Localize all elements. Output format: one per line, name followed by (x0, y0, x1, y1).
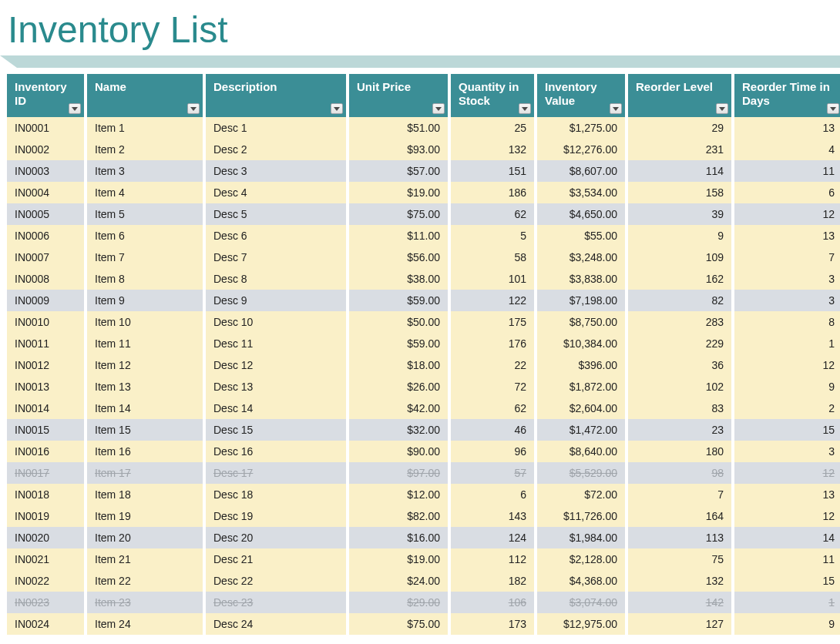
col-reorder-time-in-days[interactable]: Reorder Time in Days (734, 74, 840, 117)
cell-quantity-in-stock[interactable]: 175 (451, 311, 534, 333)
table-row[interactable]: IN0007Item 7Desc 7$56.0058$3,248.001097 (7, 247, 840, 268)
cell-quantity-in-stock[interactable]: 176 (451, 333, 534, 354)
cell-reorder-time-in-days[interactable]: 1 (734, 592, 840, 613)
cell-reorder-level[interactable]: 162 (628, 268, 731, 290)
cell-reorder-time-in-days[interactable]: 3 (734, 268, 840, 290)
cell-quantity-in-stock[interactable]: 62 (451, 397, 534, 419)
cell-name[interactable]: Item 24 (87, 613, 203, 635)
cell-name[interactable]: Item 19 (87, 505, 203, 527)
cell-quantity-in-stock[interactable]: 122 (451, 290, 534, 311)
cell-inventory-value[interactable]: $3,534.00 (537, 182, 625, 203)
table-row[interactable]: IN0015Item 15Desc 15$32.0046$1,472.00231… (7, 419, 840, 441)
cell-reorder-time-in-days[interactable]: 6 (734, 182, 840, 203)
col-inventory-value[interactable]: Inventory Value (537, 74, 625, 117)
cell-name[interactable]: Item 13 (87, 376, 203, 397)
cell-inventory-value[interactable]: $8,607.00 (537, 160, 625, 182)
cell-description[interactable]: Desc 19 (206, 505, 346, 527)
cell-reorder-time-in-days[interactable]: 13 (734, 484, 840, 505)
cell-reorder-time-in-days[interactable]: 12 (734, 505, 840, 527)
table-row[interactable]: IN0003Item 3Desc 3$57.00151$8,607.001141… (7, 160, 840, 182)
cell-reorder-time-in-days[interactable]: 12 (734, 203, 840, 225)
cell-unit-price[interactable]: $16.00 (349, 527, 448, 548)
cell-description[interactable]: Desc 9 (206, 290, 346, 311)
cell-reorder-level[interactable]: 142 (628, 592, 731, 613)
table-row[interactable]: IN0009Item 9Desc 9$59.00122$7,198.00823 (7, 290, 840, 311)
cell-inventory-id[interactable]: IN0018 (7, 484, 84, 505)
col-quantity-in-stock[interactable]: Quantity in Stock (451, 74, 534, 117)
filter-dropdown-icon[interactable] (331, 103, 343, 114)
cell-inventory-value[interactable]: $11,726.00 (537, 505, 625, 527)
cell-reorder-level[interactable]: 23 (628, 419, 731, 441)
cell-name[interactable]: Item 7 (87, 247, 203, 268)
filter-dropdown-icon[interactable] (610, 103, 622, 114)
cell-name[interactable]: Item 22 (87, 570, 203, 592)
cell-reorder-time-in-days[interactable]: 3 (734, 290, 840, 311)
cell-reorder-level[interactable]: 113 (628, 527, 731, 548)
cell-name[interactable]: Item 10 (87, 311, 203, 333)
cell-unit-price[interactable]: $24.00 (349, 570, 448, 592)
cell-inventory-value[interactable]: $1,275.00 (537, 117, 625, 139)
cell-name[interactable]: Item 15 (87, 419, 203, 441)
table-row[interactable]: IN0016Item 16Desc 16$90.0096$8,640.00180… (7, 441, 840, 462)
cell-inventory-id[interactable]: IN0009 (7, 290, 84, 311)
table-row[interactable]: IN0021Item 21Desc 21$19.00112$2,128.0075… (7, 548, 840, 570)
cell-inventory-value[interactable]: $12,975.00 (537, 613, 625, 635)
cell-quantity-in-stock[interactable]: 46 (451, 419, 534, 441)
cell-reorder-time-in-days[interactable]: 3 (734, 441, 840, 462)
cell-unit-price[interactable]: $90.00 (349, 441, 448, 462)
cell-description[interactable]: Desc 8 (206, 268, 346, 290)
cell-description[interactable]: Desc 12 (206, 354, 346, 376)
cell-inventory-id[interactable]: IN0017 (7, 462, 84, 484)
cell-inventory-value[interactable]: $3,838.00 (537, 268, 625, 290)
cell-description[interactable]: Desc 22 (206, 570, 346, 592)
cell-name[interactable]: Item 17 (87, 462, 203, 484)
cell-unit-price[interactable]: $19.00 (349, 182, 448, 203)
cell-description[interactable]: Desc 13 (206, 376, 346, 397)
cell-reorder-time-in-days[interactable]: 9 (734, 613, 840, 635)
cell-inventory-value[interactable]: $10,384.00 (537, 333, 625, 354)
cell-reorder-level[interactable]: 229 (628, 333, 731, 354)
cell-description[interactable]: Desc 5 (206, 203, 346, 225)
cell-name[interactable]: Item 16 (87, 441, 203, 462)
cell-inventory-value[interactable]: $4,650.00 (537, 203, 625, 225)
cell-unit-price[interactable]: $19.00 (349, 548, 448, 570)
table-row[interactable]: IN0017Item 17Desc 17$97.0057$5,529.00981… (7, 462, 840, 484)
cell-reorder-time-in-days[interactable]: 15 (734, 419, 840, 441)
cell-description[interactable]: Desc 10 (206, 311, 346, 333)
cell-inventory-value[interactable]: $72.00 (537, 484, 625, 505)
cell-description[interactable]: Desc 23 (206, 592, 346, 613)
cell-reorder-time-in-days[interactable]: 7 (734, 247, 840, 268)
cell-name[interactable]: Item 1 (87, 117, 203, 139)
cell-reorder-level[interactable]: 7 (628, 484, 731, 505)
filter-dropdown-icon[interactable] (69, 103, 81, 114)
cell-reorder-level[interactable]: 158 (628, 182, 731, 203)
cell-name[interactable]: Item 2 (87, 139, 203, 160)
cell-reorder-time-in-days[interactable]: 12 (734, 462, 840, 484)
cell-inventory-id[interactable]: IN0013 (7, 376, 84, 397)
cell-inventory-value[interactable]: $2,604.00 (537, 397, 625, 419)
cell-quantity-in-stock[interactable]: 6 (451, 484, 534, 505)
cell-unit-price[interactable]: $29.00 (349, 592, 448, 613)
cell-reorder-time-in-days[interactable]: 2 (734, 397, 840, 419)
cell-inventory-id[interactable]: IN0020 (7, 527, 84, 548)
cell-quantity-in-stock[interactable]: 112 (451, 548, 534, 570)
cell-reorder-time-in-days[interactable]: 1 (734, 333, 840, 354)
cell-unit-price[interactable]: $18.00 (349, 354, 448, 376)
col-description[interactable]: Description (206, 74, 346, 117)
filter-dropdown-icon[interactable] (827, 103, 839, 114)
cell-reorder-time-in-days[interactable]: 12 (734, 354, 840, 376)
cell-description[interactable]: Desc 7 (206, 247, 346, 268)
cell-inventory-id[interactable]: IN0001 (7, 117, 84, 139)
cell-unit-price[interactable]: $56.00 (349, 247, 448, 268)
cell-description[interactable]: Desc 15 (206, 419, 346, 441)
cell-reorder-level[interactable]: 75 (628, 548, 731, 570)
cell-reorder-level[interactable]: 98 (628, 462, 731, 484)
filter-dropdown-icon[interactable] (187, 103, 200, 114)
table-row[interactable]: IN0024Item 24Desc 24$75.00173$12,975.001… (7, 613, 840, 635)
cell-name[interactable]: Item 9 (87, 290, 203, 311)
cell-name[interactable]: Item 8 (87, 268, 203, 290)
cell-reorder-time-in-days[interactable]: 13 (734, 225, 840, 247)
table-row[interactable]: IN0022Item 22Desc 22$24.00182$4,368.0013… (7, 570, 840, 592)
col-reorder-level[interactable]: Reorder Level (628, 74, 731, 117)
cell-inventory-id[interactable]: IN0011 (7, 333, 84, 354)
